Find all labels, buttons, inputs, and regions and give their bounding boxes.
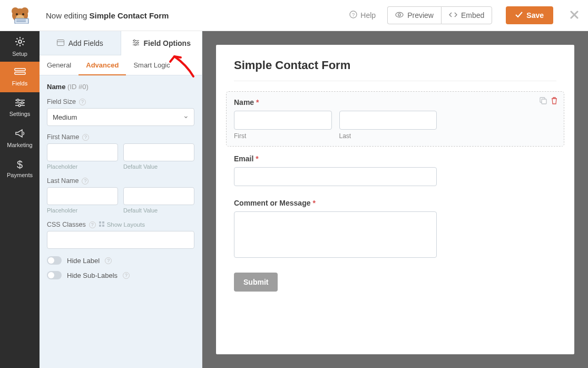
grid-icon [99,221,104,228]
tab-field-options[interactable]: Field Options [121,31,202,55]
field-label: Name * [234,98,556,106]
trash-icon[interactable] [551,97,557,106]
svg-point-19 [21,102,23,104]
hint-default: Default Value [123,163,194,170]
last-name-default-input[interactable] [123,187,194,205]
svg-point-12 [398,14,400,16]
last-name-input[interactable] [339,111,437,130]
sidebar-item-settings[interactable]: Settings [0,92,40,123]
tab-general[interactable]: General [40,55,79,75]
code-icon [449,11,457,20]
preview-field-email[interactable]: Email * [234,154,556,190]
field-actions [540,97,557,106]
help-label: Help [360,11,376,20]
embed-button[interactable]: Embed [441,6,492,24]
save-label: Save [526,11,544,20]
header-button-group: Preview Embed [387,6,492,24]
sidebar-item-label: Payments [7,172,33,178]
field-id-label: (ID #0) [67,83,89,91]
svg-text:?: ? [352,12,355,17]
help-icon[interactable]: ? [79,99,86,105]
submit-button[interactable]: Submit [234,273,278,292]
help-icon[interactable]: ? [105,257,112,264]
svg-rect-22 [57,40,64,45]
show-layouts-button[interactable]: Show Layouts [99,221,145,228]
tab-label: Field Options [144,39,191,47]
svg-rect-30 [99,221,101,224]
eye-icon [395,11,404,20]
css-classes-input[interactable] [47,231,194,249]
close-builder-button[interactable] [570,9,579,22]
sidebar-item-label: Marketing [7,142,32,148]
tab-advanced[interactable]: Advanced [79,55,126,75]
page-title: Now editing Simple Contact Form [46,11,343,20]
field-name-label: Name [47,83,65,91]
divider [234,81,556,81]
tab-smart-logic[interactable]: Smart Logic [126,55,177,75]
svg-point-11 [396,13,403,17]
first-name-default-input[interactable] [123,143,194,161]
panel-body: Name (ID #0) Field Size ? Medium First N… [40,75,202,368]
options-icon [132,39,140,47]
bullhorn-icon [15,129,25,140]
nav-sidebar: Setup Fields Settings Marketing $ Paymen… [0,31,40,368]
hint-default: Default Value [123,207,194,214]
required-asterisk: * [312,199,315,207]
svg-rect-14 [15,69,25,71]
field-size-label: Field Size [47,98,76,105]
last-sublabel: Last [339,132,437,140]
check-icon [515,11,523,20]
preview-field-name[interactable]: Name * First Last [227,92,564,146]
email-input[interactable] [234,167,437,186]
hide-label-text: Hide Label [67,257,100,265]
form-preview: Simple Contact Form Name * [216,45,574,354]
first-name-input[interactable] [234,111,332,130]
last-name-placeholder-input[interactable] [47,187,118,205]
duplicate-icon[interactable] [540,97,547,106]
sidebar-item-label: Fields [12,80,27,86]
help-icon[interactable]: ? [82,134,89,141]
help-icon: ? [349,11,357,20]
field-size-select[interactable]: Medium [47,108,194,126]
app-logo [0,7,40,24]
first-name-group: First Name ? Placeholder Default Value [47,133,194,170]
svg-rect-31 [102,221,104,224]
last-name-label: Last Name [47,177,79,185]
sidebar-item-setup[interactable]: Setup [0,31,40,62]
dollar-icon: $ [17,159,23,170]
preview-label: Preview [407,11,434,20]
svg-rect-35 [542,99,546,104]
sidebar-item-payments[interactable]: $ Payments [0,153,40,184]
hide-sublabels-toggle[interactable] [47,271,62,279]
svg-point-13 [18,40,22,43]
svg-point-4 [16,13,18,15]
preview-field-comment[interactable]: Comment or Message * [234,199,556,264]
panel-primary-tabs: Add Fields Field Options [40,31,202,55]
help-icon[interactable]: ? [89,221,96,228]
sidebar-item-marketing[interactable]: Marketing [0,123,40,153]
first-name-placeholder-input[interactable] [47,143,118,161]
css-classes-group: CSS Classes ? Show Layouts [47,221,194,249]
svg-point-5 [22,13,24,15]
sidebar-item-fields[interactable]: Fields [0,62,40,92]
first-name-label: First Name [47,133,79,141]
save-button[interactable]: Save [506,6,553,24]
hide-sublabels-text: Hide Sub-Labels [67,272,117,279]
svg-point-27 [136,42,138,43]
first-sublabel: First [234,132,332,140]
preview-button[interactable]: Preview [387,6,441,24]
sidebar-item-label: Settings [9,111,31,117]
add-fields-icon [57,39,64,47]
comment-textarea[interactable] [234,211,437,258]
svg-rect-32 [99,225,101,227]
svg-rect-33 [102,225,104,227]
help-link[interactable]: ? Help [349,11,376,20]
help-icon[interactable]: ? [123,272,130,279]
tab-add-fields[interactable]: Add Fields [40,31,121,55]
help-icon[interactable]: ? [82,178,89,185]
svg-rect-6 [15,18,28,24]
hint-placeholder: Placeholder [47,163,118,170]
hide-label-toggle[interactable] [47,256,62,265]
field-label: Email * [234,154,556,163]
svg-rect-15 [15,72,25,74]
